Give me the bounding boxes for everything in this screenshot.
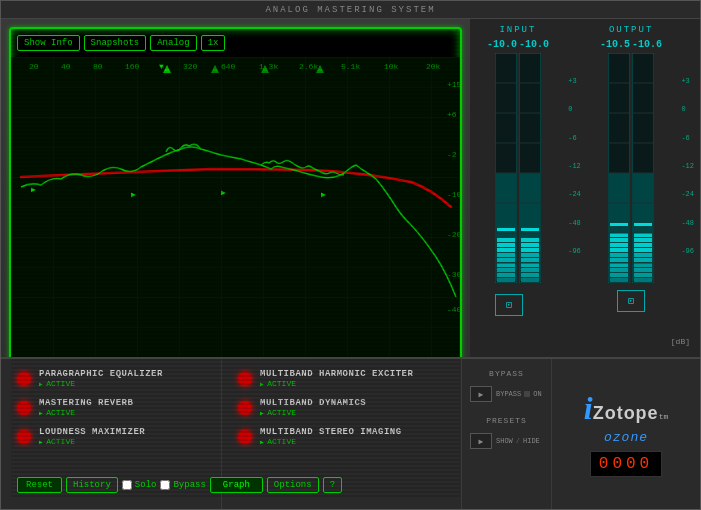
output-left-meter-svg (608, 53, 630, 283)
analog-button[interactable]: Analog (150, 35, 196, 51)
input-scale-bottom: ⊡ (495, 290, 541, 316)
svg-rect-90 (634, 238, 652, 242)
scale-24: -24 (568, 190, 581, 198)
db-label: [dB] (476, 337, 694, 346)
stereo-led[interactable] (238, 430, 252, 444)
rscale-12: -12 (681, 162, 694, 170)
svg-rect-31 (497, 238, 515, 242)
svg-text:160: 160 (125, 62, 140, 71)
presets-show-hide: SHOW / HIDE (496, 437, 540, 445)
rscale-96: -96 (681, 247, 694, 255)
zoom-button[interactable]: 1x (201, 35, 226, 51)
paragraphic-info: PARAGRAPHIC EQUALIZER ACTIVE (39, 369, 163, 388)
logo-ozone: ozone (604, 430, 648, 445)
input-right-meter-svg (519, 53, 541, 283)
paragraphic-led[interactable] (17, 372, 31, 386)
harmonic-led[interactable] (238, 372, 252, 386)
stereo-status: ACTIVE (260, 437, 402, 446)
presets-arrow-btn[interactable]: ▶ (470, 433, 492, 449)
output-left-value: -10.5 (600, 39, 630, 50)
output-label: OUTPUT (609, 25, 653, 35)
svg-text:▶: ▶ (221, 188, 226, 197)
help-button[interactable]: ? (323, 477, 342, 493)
input-meter-group: INPUT -10.0 -10.0 (476, 25, 561, 335)
svg-rect-40 (497, 228, 515, 231)
bypass-on-indicator: BYPASS ON (496, 390, 542, 398)
svg-rect-69 (610, 233, 628, 237)
svg-rect-96 (634, 268, 652, 272)
output-left-channel (608, 53, 630, 288)
input-control-box[interactable]: ⊡ (495, 294, 523, 316)
output-control-box[interactable]: ⊡ (617, 290, 645, 312)
svg-text:-40: -40 (447, 305, 460, 314)
loudness-info: LOUDNESS MAXIMIZER ACTIVE (39, 427, 145, 446)
input-control-icon: ⊡ (506, 299, 512, 311)
meters-area: INPUT -10.0 -10.0 (476, 25, 694, 335)
logo-i: i (584, 392, 593, 424)
logo-brand: i Zotope tm (584, 392, 669, 424)
svg-rect-39 (497, 278, 515, 282)
snapshots-button[interactable]: Snapshots (84, 35, 147, 51)
bypass-label: BYPASS (470, 369, 543, 378)
bypass-arrow-btn[interactable]: ▶ (470, 386, 492, 402)
svg-text:80: 80 (93, 62, 103, 71)
input-right-value: -10.0 (519, 39, 549, 50)
svg-rect-53 (521, 253, 539, 257)
svg-rect-57 (521, 273, 539, 277)
svg-rect-32 (497, 243, 515, 247)
bypass-checkbox[interactable] (160, 480, 170, 490)
input-controls: ⊡ (495, 294, 523, 316)
input-left-meter-svg (495, 53, 517, 283)
reverb-led[interactable] (17, 401, 31, 415)
graph-button[interactable]: Graph (210, 477, 263, 493)
scale-6: -6 (568, 134, 581, 142)
bypass-on-text: ON (533, 390, 541, 398)
svg-text:-2: -2 (447, 150, 457, 159)
module-stereo: MULTIBAND STEREO IMAGING ACTIVE (238, 427, 451, 446)
led-display: 0000 (590, 451, 662, 477)
presets-arrow-icon: ▶ (479, 437, 484, 446)
module-harmonic: MULTIBAND HARMONIC EXCITER ACTIVE (238, 369, 451, 388)
svg-text:2.6k: 2.6k (299, 62, 318, 71)
svg-rect-72 (610, 248, 628, 252)
input-values: -10.0 -10.0 (487, 39, 549, 50)
reverb-status: ACTIVE (39, 408, 133, 417)
svg-rect-93 (634, 253, 652, 257)
app-container: Analog Mastering System Show Info Snapsh… (0, 0, 701, 510)
output-meter-group: OUTPUT -10.5 -10.6 (589, 25, 674, 335)
svg-rect-35 (497, 258, 515, 262)
svg-text:640: 640 (221, 62, 236, 71)
rscale-48: -48 (681, 219, 694, 227)
rscale-6: -6 (681, 134, 694, 142)
reset-button[interactable]: Reset (17, 477, 62, 493)
options-button[interactable]: Options (267, 477, 319, 493)
history-button[interactable]: History (66, 477, 118, 493)
svg-rect-97 (634, 273, 652, 277)
dynamics-led[interactable] (238, 401, 252, 415)
scale-12: -12 (568, 162, 581, 170)
svg-rect-58 (521, 278, 539, 282)
title-bar: Analog Mastering System (1, 1, 700, 19)
module-loudness: LOUDNESS MAXIMIZER ACTIVE (17, 427, 211, 446)
svg-rect-94 (634, 258, 652, 262)
svg-rect-37 (497, 268, 515, 272)
svg-rect-59 (521, 228, 539, 231)
solo-checkbox[interactable] (122, 480, 132, 490)
logo-section: i Zotope tm ozone 0000 (551, 359, 700, 509)
dynamics-status: ACTIVE (260, 408, 366, 417)
input-left-value: -10.0 (487, 39, 517, 50)
svg-rect-89 (634, 233, 652, 237)
harmonic-name: MULTIBAND HARMONIC EXCITER (260, 369, 413, 379)
svg-text:10k: 10k (384, 62, 399, 71)
stereo-info: MULTIBAND STEREO IMAGING ACTIVE (260, 427, 402, 446)
show-info-button[interactable]: Show Info (17, 35, 80, 51)
meter-scale-column: +3 0 -6 -12 -24 -48 -96 (568, 25, 581, 255)
svg-text:▶: ▶ (131, 190, 136, 199)
svg-rect-73 (610, 253, 628, 257)
svg-rect-33 (497, 248, 515, 252)
presets-show: SHOW (496, 437, 513, 445)
loudness-led[interactable] (17, 430, 31, 444)
svg-text:40: 40 (61, 62, 71, 71)
svg-text:20: 20 (29, 62, 39, 71)
app-title: Analog Mastering System (265, 5, 435, 15)
